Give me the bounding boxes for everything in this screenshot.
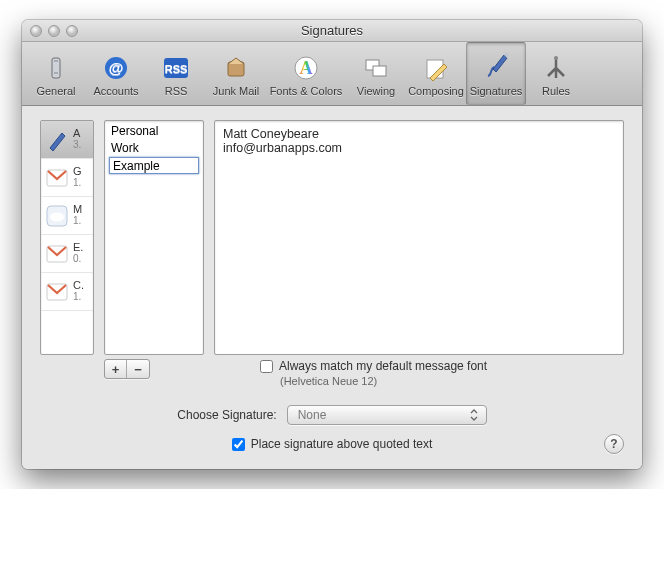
tab-general[interactable]: General <box>26 42 86 105</box>
default-font-hint: (Helvetica Neue 12) <box>280 375 487 387</box>
account-row[interactable]: G1. <box>41 159 93 197</box>
match-font-checkbox-row[interactable]: Always match my default message font <box>260 359 487 373</box>
accounts-icon: @ <box>100 52 132 84</box>
fonts-colors-icon: A <box>290 52 322 84</box>
signature-line: Matt Coneybeare <box>223 127 615 141</box>
close-button[interactable] <box>30 25 42 37</box>
tab-signatures[interactable]: Signatures <box>466 42 526 105</box>
tab-label: Fonts & Colors <box>270 85 343 97</box>
match-font-label: Always match my default message font <box>279 359 487 373</box>
general-icon <box>40 52 72 84</box>
add-signature-button[interactable]: + <box>105 360 127 378</box>
svg-rect-7 <box>228 62 244 76</box>
gmail-icon <box>45 242 69 266</box>
account-row[interactable]: M1. <box>41 197 93 235</box>
accounts-list[interactable]: A3. G1. M1. E.0. C.1. <box>40 120 94 355</box>
rss-icon: RSS <box>160 52 192 84</box>
svg-rect-2 <box>54 72 58 74</box>
rules-icon <box>540 52 572 84</box>
signature-name-input[interactable] <box>109 157 199 174</box>
svg-rect-1 <box>54 60 58 62</box>
preferences-window: Signatures General @ Accounts RSS RSS Ju… <box>22 20 642 469</box>
remove-signature-button[interactable]: − <box>127 360 149 378</box>
tab-viewing[interactable]: Viewing <box>346 42 406 105</box>
tab-label: Rules <box>542 85 570 97</box>
account-row[interactable]: E.0. <box>41 235 93 273</box>
signature-item[interactable]: Work <box>105 140 203 157</box>
junk-mail-icon <box>220 52 252 84</box>
help-button[interactable]: ? <box>604 434 624 454</box>
svg-text:RSS: RSS <box>165 63 188 75</box>
tab-label: Composing <box>408 85 464 97</box>
tab-label: Viewing <box>357 85 395 97</box>
signature-names-list[interactable]: Personal Work <box>104 120 204 355</box>
tab-label: General <box>36 85 75 97</box>
account-sub: 3. <box>73 140 81 151</box>
titlebar[interactable]: Signatures <box>22 20 642 42</box>
tab-rules[interactable]: Rules <box>526 42 586 105</box>
account-sub: 0. <box>73 254 83 265</box>
gmail-icon <box>45 166 69 190</box>
tab-fonts-colors[interactable]: A Fonts & Colors <box>266 42 346 105</box>
tab-accounts[interactable]: @ Accounts <box>86 42 146 105</box>
tab-rss[interactable]: RSS RSS <box>146 42 206 105</box>
viewing-icon <box>360 52 392 84</box>
window-title: Signatures <box>22 23 642 38</box>
zoom-button[interactable] <box>66 25 78 37</box>
composing-icon <box>420 52 452 84</box>
account-sub: 1. <box>73 292 84 303</box>
tab-composing[interactable]: Composing <box>406 42 466 105</box>
tab-label: Junk Mail <box>213 85 259 97</box>
signature-content[interactable]: Matt Coneybeare info@urbanapps.com <box>214 120 624 355</box>
add-remove-segmented: + − <box>104 359 150 379</box>
signature-item[interactable]: Personal <box>105 123 203 140</box>
svg-rect-11 <box>373 66 386 76</box>
place-above-checkbox-row[interactable]: Place signature above quoted text <box>232 437 432 451</box>
choose-signature-popup[interactable]: None <box>287 405 487 425</box>
account-sub: 1. <box>73 178 82 189</box>
minimize-button[interactable] <box>48 25 60 37</box>
preferences-toolbar: General @ Accounts RSS RSS Junk Mail <box>22 42 642 106</box>
tab-label: RSS <box>165 85 188 97</box>
popup-arrows-icon <box>468 408 480 422</box>
mobileme-icon <box>45 204 69 228</box>
signature-line: info@urbanapps.com <box>223 141 615 155</box>
traffic-lights <box>22 25 78 37</box>
place-above-checkbox[interactable] <box>232 438 245 451</box>
choose-signature-value: None <box>298 408 327 422</box>
svg-point-16 <box>50 212 64 221</box>
signatures-icon <box>480 50 512 82</box>
svg-text:A: A <box>300 58 313 78</box>
place-above-label: Place signature above quoted text <box>251 437 432 451</box>
tab-junk-mail[interactable]: Junk Mail <box>206 42 266 105</box>
content-area: A3. G1. M1. E.0. C.1. <box>22 106 642 469</box>
svg-point-13 <box>554 56 558 60</box>
account-row[interactable]: C.1. <box>41 273 93 311</box>
account-row[interactable]: A3. <box>41 121 93 159</box>
tab-label: Signatures <box>470 85 523 97</box>
tab-label: Accounts <box>93 85 138 97</box>
account-sub: 1. <box>73 216 82 227</box>
svg-text:@: @ <box>109 59 124 76</box>
match-font-checkbox[interactable] <box>260 360 273 373</box>
all-signatures-icon <box>45 128 69 152</box>
choose-signature-label: Choose Signature: <box>177 408 276 422</box>
gmail-icon <box>45 280 69 304</box>
